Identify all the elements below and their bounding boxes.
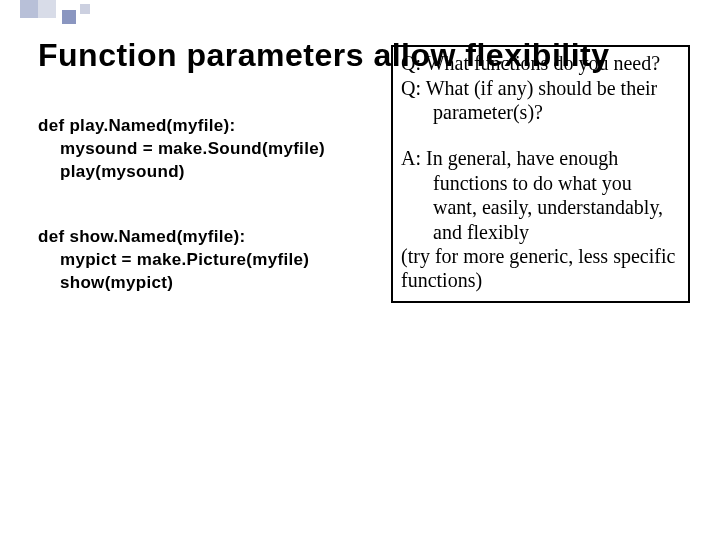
answer-note: (try for more generic, less specific fun… — [401, 244, 680, 293]
qa-box: Q: What functions do you need? Q: What (… — [391, 45, 690, 303]
answer-main: A: In general, have enough functions to … — [401, 146, 680, 244]
code-line: mypict = make.Picture(myfile) — [38, 249, 383, 272]
deco-square — [80, 4, 90, 14]
code-block-show: def show.Named(myfile): mypict = make.Pi… — [38, 226, 383, 295]
slide-body: Function parameters allow flexibility de… — [0, 0, 720, 357]
qa-column: Q: What functions do you need? Q: What (… — [391, 77, 690, 337]
code-block-play: def play.Named(myfile): mysound = make.S… — [38, 115, 383, 184]
code-line: def show.Named(myfile): — [38, 226, 383, 249]
code-line: mysound = make.Sound(myfile) — [38, 138, 383, 161]
code-line: play(mysound) — [38, 161, 383, 184]
content-row: def play.Named(myfile): mysound = make.S… — [38, 77, 690, 337]
deco-square — [20, 0, 38, 18]
question-1: Q: What functions do you need? — [401, 51, 680, 75]
question-2: Q: What (if any) should be their paramet… — [401, 76, 680, 125]
deco-square — [38, 0, 56, 18]
answer-block: A: In general, have enough functions to … — [401, 146, 680, 292]
questions-block: Q: What functions do you need? Q: What (… — [401, 51, 680, 124]
code-line: show(mypict) — [38, 272, 383, 295]
code-line: def play.Named(myfile): — [38, 115, 383, 138]
slide-decoration — [20, 0, 90, 24]
code-column: def play.Named(myfile): mysound = make.S… — [38, 77, 383, 337]
deco-square — [62, 10, 76, 24]
